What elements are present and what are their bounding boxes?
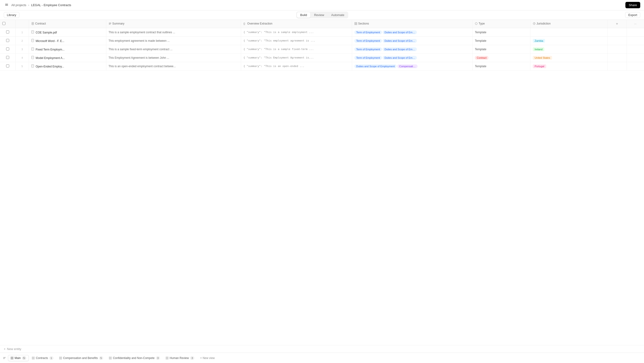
top-bar: All projects › LEGAL - Employee Contract… (0, 0, 644, 10)
new-view-button[interactable]: + New view (198, 355, 217, 361)
section-tag[interactable]: Term of Employment (354, 48, 382, 51)
share-button[interactable]: Share (626, 2, 640, 8)
row-contract[interactable]: Microsoft Word - F. E... (29, 37, 106, 45)
row-summary: This employment agreement is made betwee… (106, 37, 241, 45)
svg-rect-2 (5, 5, 8, 6)
top-bar-actions: Share (626, 2, 640, 8)
th-jurisdiction[interactable]: Jurisdiction (530, 20, 607, 28)
row-contract[interactable]: Open-Ended Employ... (29, 62, 106, 71)
row-checkbox[interactable] (6, 48, 9, 51)
new-entity-label: New entity (7, 347, 22, 351)
file-icon (31, 65, 35, 68)
row-contract[interactable]: Fixed Term Employm... (29, 45, 106, 54)
row-overview: { "summary": "This is a sample fixed-ter… (241, 45, 352, 54)
svg-rect-47 (34, 357, 34, 358)
grid-icon (354, 22, 357, 25)
svg-rect-51 (61, 357, 62, 358)
row-checkbox-cell[interactable] (0, 28, 15, 37)
doc-icon (31, 22, 34, 25)
tab-build[interactable]: Build (297, 12, 310, 18)
section-tag[interactable]: Term of Employment (354, 39, 382, 43)
section-tag[interactable]: Duties and Scope of Em… (383, 48, 417, 51)
jurisdiction-tag: Portugal (533, 64, 546, 68)
row-contract[interactable]: COE Sample.pdf (29, 28, 106, 37)
file-icon (31, 31, 35, 34)
library-button[interactable]: Library (4, 12, 19, 18)
row-checkbox-cell[interactable] (0, 54, 15, 62)
jurisdiction-tag: Zambia (533, 39, 545, 43)
table-row[interactable]: 4 Model Employment A...This Employment A… (0, 54, 644, 62)
table-row[interactable]: 1 COE Sample.pdfThis is a sample employm… (0, 28, 644, 37)
svg-rect-12 (356, 23, 357, 23)
svg-rect-52 (60, 358, 60, 359)
section-tag[interactable]: Duties and Scope of Em… (383, 39, 417, 43)
section-tag[interactable]: Term of Employment (354, 56, 382, 60)
select-all-checkbox[interactable] (2, 22, 6, 25)
row-type: Template (472, 45, 530, 54)
data-table: Contract Summary (0, 20, 644, 71)
row-contract[interactable]: Model Employment A... (29, 54, 106, 62)
bottom-tab-human-review[interactable]: Human Review 3 (163, 355, 197, 361)
row-sections[interactable]: Term of EmploymentDuties and Scope of Em… (352, 37, 472, 45)
th-summary[interactable]: Summary (106, 20, 241, 28)
bottom-tab-main[interactable]: Main 5 (8, 355, 29, 361)
svg-rect-46 (32, 357, 33, 358)
th-more[interactable]: ··· (626, 20, 644, 28)
section-tag[interactable]: Duties and Scope of Employment (354, 64, 396, 68)
th-add-column[interactable]: + (607, 20, 626, 28)
section-tag[interactable]: Term of Employment (354, 31, 382, 34)
row-sections[interactable]: Term of EmploymentDuties and Scope of Em… (352, 45, 472, 54)
th-checkbox[interactable] (0, 20, 15, 28)
sort-icon-button[interactable] (2, 355, 7, 361)
th-sections[interactable]: Sections (352, 20, 472, 28)
tab-review[interactable]: Review (311, 12, 328, 18)
row-jurisdiction: United States (530, 54, 607, 62)
row-sections[interactable]: Term of EmploymentDuties and Scope of Em… (352, 54, 472, 62)
row-sections[interactable]: Term of EmploymentDuties and Scope of Em… (352, 28, 472, 37)
file-icon (31, 40, 35, 43)
row-checkbox[interactable] (6, 39, 9, 42)
th-contract[interactable]: Contract (29, 20, 106, 28)
tab-grid-icon (166, 357, 168, 359)
svg-rect-50 (60, 357, 60, 358)
section-tag[interactable]: Duties and Scope of Em… (383, 31, 417, 34)
row-number: 3 (15, 45, 29, 54)
menu-icon[interactable] (4, 2, 10, 9)
svg-rect-57 (110, 358, 112, 359)
table-row[interactable]: 3 Fixed Term Employm...This is a sample … (0, 45, 644, 54)
export-button[interactable]: Export (625, 12, 640, 18)
file-name-text: Fixed Term Employm... (36, 48, 64, 51)
table-row[interactable]: 5 Open-Ended Employ...This is an open-en… (0, 62, 644, 71)
svg-rect-43 (12, 357, 13, 358)
th-overview[interactable]: {} Overview Extraction (241, 20, 352, 28)
file-name-text: Microsoft Word - F. E... (36, 39, 64, 43)
th-rownum (15, 20, 29, 28)
row-overview: { "summary": "This is a sample employmen… (241, 28, 352, 37)
tab-label: Main (14, 356, 21, 360)
section-tag[interactable]: Duties and Scope of Em… (383, 56, 417, 60)
th-type[interactable]: Type (472, 20, 530, 28)
table-row[interactable]: 2 Microsoft Word - F. E...This employmen… (0, 37, 644, 45)
bottom-tab-contracts[interactable]: Contracts 1 (29, 355, 56, 361)
breadcrumb-parent[interactable]: All projects (11, 3, 26, 7)
row-empty-1 (607, 62, 626, 71)
svg-rect-11 (355, 23, 356, 23)
row-checkbox-cell[interactable] (0, 37, 15, 45)
tab-badge: 3 (156, 356, 160, 360)
row-sections[interactable]: Duties and Scope of EmploymentCompensati… (352, 62, 472, 71)
breadcrumb-separator: › (28, 3, 29, 7)
new-entity-row[interactable]: + New entity (0, 345, 644, 353)
tab-automate[interactable]: Automate (328, 12, 348, 18)
row-number: 1 (15, 28, 29, 37)
svg-rect-27 (32, 48, 34, 50)
row-checkbox[interactable] (6, 64, 9, 68)
table-container: Contract Summary (0, 20, 644, 345)
row-checkbox-cell[interactable] (0, 45, 15, 54)
row-type: Template (472, 62, 530, 71)
bottom-tab-compensation[interactable]: Compensation and Benefits 5 (56, 355, 106, 361)
row-checkbox-cell[interactable] (0, 62, 15, 71)
row-checkbox[interactable] (6, 31, 9, 34)
row-checkbox[interactable] (6, 56, 9, 59)
bottom-tab-confidentiality[interactable]: Confidentiality and Non-Compete 3 (106, 355, 162, 361)
section-tag[interactable]: Compensati… (397, 64, 418, 68)
